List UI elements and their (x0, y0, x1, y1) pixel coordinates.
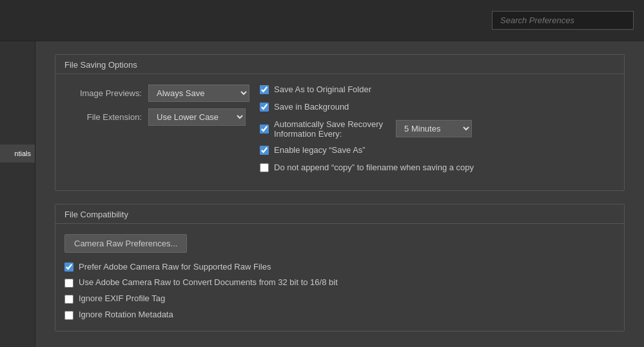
cb-convert-raw-label[interactable]: Use Adobe Camera Raw to Convert Document… (79, 277, 338, 288)
file-extension-label: File Extension: (64, 112, 148, 122)
file-compat-section: File Compatibility Camera Raw Preference… (55, 204, 625, 332)
compat-checkboxes: Prefer Adobe Camera Raw for Supported Ra… (64, 262, 615, 321)
cb-prefer-raw[interactable] (64, 263, 73, 272)
cb-row-ignore-exif: Ignore EXIF Profile Tag (64, 293, 615, 304)
cb-no-copy-label[interactable]: Do not append “copy” to filename when sa… (274, 163, 474, 174)
file-compat-body: Camera Raw Preferences... Prefer Adobe C… (55, 224, 624, 332)
cb-auto-save-label[interactable]: Automatically Save RecoveryInformation E… (274, 119, 383, 139)
camera-raw-button[interactable]: Camera Raw Preferences... (64, 234, 187, 253)
top-bar (0, 0, 644, 41)
file-saving-section: File Saving Options Image Previews: Alwa… (55, 54, 625, 191)
cb-row-ignore-rotation: Ignore Rotation Metadata (64, 310, 615, 321)
cb-row-save-background: Save in Background (260, 102, 615, 113)
cb-save-background-label[interactable]: Save in Background (274, 102, 349, 113)
cb-row-prefer-raw: Prefer Adobe Camera Raw for Supported Ra… (64, 262, 615, 273)
file-saving-left: Image Previews: Always Save Never Save A… (64, 84, 249, 180)
file-extension-select[interactable]: Use Lower Case Use Upper Case (148, 108, 246, 126)
search-input[interactable] (492, 11, 634, 30)
cb-row-legacy-save: Enable legacy “Save As” (260, 145, 615, 156)
cb-prefer-raw-label[interactable]: Prefer Adobe Camera Raw for Supported Ra… (79, 262, 271, 273)
cb-save-background[interactable] (260, 103, 269, 112)
file-compat-title: File Compatibility (55, 204, 624, 224)
content-area: File Saving Options Image Previews: Alwa… (35, 41, 644, 347)
file-saving-right: Save As to Original Folder Save in Backg… (260, 84, 615, 180)
cb-ignore-rotation[interactable] (64, 311, 73, 320)
image-previews-label: Image Previews: (64, 88, 148, 98)
cb-save-original[interactable] (260, 85, 269, 94)
image-previews-row: Image Previews: Always Save Never Save A… (64, 84, 249, 102)
cb-auto-save[interactable] (260, 124, 269, 134)
file-saving-body: Image Previews: Always Save Never Save A… (55, 74, 624, 190)
auto-save-interval-select[interactable]: 5 Minutes 1 Minute 10 Minutes 15 Minutes… (396, 120, 472, 137)
cb-legacy-save[interactable] (260, 146, 269, 155)
cb-ignore-exif[interactable] (64, 295, 73, 304)
file-saving-two-col: Image Previews: Always Save Never Save A… (64, 84, 615, 180)
file-saving-title: File Saving Options (55, 55, 624, 74)
cb-convert-raw[interactable] (64, 279, 73, 288)
cb-ignore-rotation-label[interactable]: Ignore Rotation Metadata (79, 310, 173, 321)
cb-legacy-save-label[interactable]: Enable legacy “Save As” (274, 145, 366, 156)
cb-row-save-original: Save As to Original Folder (260, 84, 615, 95)
cb-ignore-exif-label[interactable]: Ignore EXIF Profile Tag (79, 293, 165, 304)
cb-row-no-copy: Do not append “copy” to filename when sa… (260, 163, 615, 174)
cb-no-copy[interactable] (260, 163, 269, 172)
cb-save-original-label[interactable]: Save As to Original Folder (274, 84, 371, 95)
cb-row-auto-save: Automatically Save RecoveryInformation E… (260, 119, 615, 139)
cb-row-convert-raw: Use Adobe Camera Raw to Convert Document… (64, 277, 615, 288)
main-layout: ntials File Saving Options Image Preview… (0, 41, 644, 347)
file-extension-row: File Extension: Use Lower Case Use Upper… (64, 108, 249, 126)
image-previews-select[interactable]: Always Save Never Save Ask When Saving (148, 84, 249, 102)
sidebar: ntials (0, 41, 35, 347)
sidebar-item-essentials[interactable]: ntials (0, 144, 35, 163)
